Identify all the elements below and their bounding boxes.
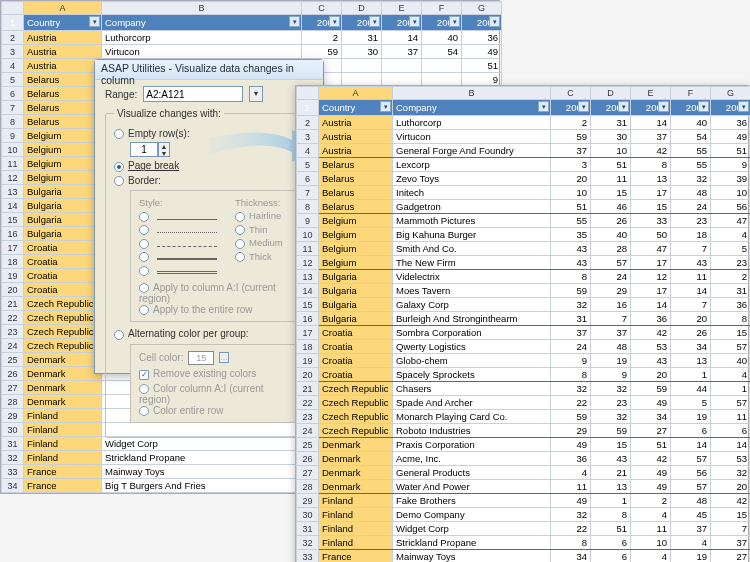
thick-opt[interactable]: Thick: [235, 251, 283, 262]
cell-value[interactable]: 19: [591, 354, 631, 368]
cell-value[interactable]: 12: [631, 270, 671, 284]
cell-country[interactable]: Denmark: [24, 395, 102, 409]
cell-value[interactable]: 2: [551, 116, 591, 130]
cell-value[interactable]: 1: [591, 494, 631, 508]
cell-value[interactable]: 40: [422, 31, 462, 45]
row-header[interactable]: 23: [2, 325, 24, 339]
cell-value[interactable]: 53: [711, 452, 751, 466]
color-picker-button[interactable]: …: [219, 352, 229, 363]
row-header[interactable]: 3: [2, 45, 24, 59]
cell-country[interactable]: Finland: [319, 536, 393, 550]
cell-value[interactable]: 31: [711, 284, 751, 298]
cell-value[interactable]: 48: [671, 494, 711, 508]
cell-value[interactable]: 55: [671, 158, 711, 172]
cell-value[interactable]: 4: [551, 466, 591, 480]
cell-value[interactable]: 7: [711, 522, 751, 536]
row-header[interactable]: 27: [297, 466, 319, 480]
dialog-title[interactable]: ASAP Utilities - Visualize data changes …: [95, 60, 323, 80]
cell-value[interactable]: 50: [631, 228, 671, 242]
cell-value[interactable]: 32: [671, 172, 711, 186]
cell-value[interactable]: 57: [671, 452, 711, 466]
cell-value[interactable]: 53: [631, 340, 671, 354]
col-header-A[interactable]: A: [319, 87, 393, 100]
cell-company[interactable]: Big T Burgers And Fries: [102, 479, 302, 493]
cell-value[interactable]: 7: [591, 312, 631, 326]
table-row[interactable]: 19CroatiaGlobo-chem919431340: [297, 354, 751, 368]
cell-value[interactable]: 37: [631, 130, 671, 144]
cell-value[interactable]: 47: [711, 214, 751, 228]
cell-value[interactable]: 37: [711, 536, 751, 550]
cell-value[interactable]: 2: [711, 270, 751, 284]
cell-company[interactable]: Galaxy Corp: [393, 298, 551, 312]
cell-value[interactable]: 8: [591, 508, 631, 522]
cell-value[interactable]: 5: [671, 396, 711, 410]
cell-country[interactable]: Czech Republic: [319, 410, 393, 424]
col-header-G[interactable]: G: [462, 2, 502, 15]
col-header-E[interactable]: E: [382, 2, 422, 15]
row-header[interactable]: 14: [2, 199, 24, 213]
cell-value[interactable]: 17: [631, 186, 671, 200]
cell-company[interactable]: Demo Company: [393, 508, 551, 522]
table-row[interactable]: 22Czech RepublicSpade And Archer22234955…: [297, 396, 751, 410]
thick-opt[interactable]: Medium: [235, 237, 283, 248]
cell-country[interactable]: Austria: [24, 31, 102, 45]
row-header[interactable]: 20: [297, 368, 319, 382]
cell-value[interactable]: 26: [591, 214, 631, 228]
row-header[interactable]: 20: [2, 283, 24, 297]
row-header[interactable]: 7: [2, 101, 24, 115]
cell-value[interactable]: 4: [631, 550, 671, 563]
cell-value[interactable]: 54: [422, 45, 462, 59]
cell-value[interactable]: 22: [551, 522, 591, 536]
cell-value[interactable]: 59: [631, 382, 671, 396]
table-row[interactable]: 21Czech RepublicChasers323259441: [297, 382, 751, 396]
table-row[interactable]: 5BelarusLexcorp3518559: [297, 158, 751, 172]
table-row[interactable]: 30FinlandDemo Company32844515: [297, 508, 751, 522]
row-header[interactable]: 31: [297, 522, 319, 536]
cell-value[interactable]: 7: [671, 298, 711, 312]
cell-value[interactable]: 59: [591, 424, 631, 438]
cell-value[interactable]: 43: [671, 256, 711, 270]
cell-country[interactable]: Finland: [24, 409, 102, 423]
row-header[interactable]: 4: [2, 59, 24, 73]
filter-drop-icon[interactable]: ▾: [89, 16, 100, 27]
cell-country[interactable]: Belarus: [24, 73, 102, 87]
cell-value[interactable]: 13: [591, 480, 631, 494]
cell-value[interactable]: 8: [551, 536, 591, 550]
range-picker-button[interactable]: ▾: [249, 86, 263, 102]
opt-alt-color[interactable]: Alternating color per group:: [114, 328, 304, 339]
filter-drop-icon[interactable]: ▾: [538, 101, 549, 112]
cell-value[interactable]: 28: [591, 242, 631, 256]
cell-value[interactable]: 24: [591, 270, 631, 284]
cell-value[interactable]: 51: [591, 522, 631, 536]
cell-value[interactable]: 59: [551, 410, 591, 424]
filter-2005[interactable]: 2005▾: [551, 100, 591, 116]
row-header[interactable]: 21: [2, 297, 24, 311]
cell-value[interactable]: 29: [551, 424, 591, 438]
row-header[interactable]: 10: [2, 143, 24, 157]
cell-value[interactable]: 49: [631, 480, 671, 494]
cell-value[interactable]: 11: [671, 270, 711, 284]
cell-value[interactable]: 42: [631, 144, 671, 158]
filter-drop-icon[interactable]: ▾: [658, 101, 669, 112]
cell-company[interactable]: Virtucon: [393, 130, 551, 144]
row-header[interactable]: 5: [297, 158, 319, 172]
cell-value[interactable]: 30: [342, 45, 382, 59]
cell-value[interactable]: 33: [631, 214, 671, 228]
cell-value[interactable]: 15: [711, 508, 751, 522]
row-header-1[interactable]: 1: [297, 100, 319, 116]
cell-company[interactable]: Fake Brothers: [393, 494, 551, 508]
cell-country[interactable]: France: [24, 479, 102, 493]
cell-value[interactable]: 23: [711, 256, 751, 270]
col-header-F[interactable]: F: [422, 2, 462, 15]
row-header[interactable]: 15: [2, 213, 24, 227]
cell-country[interactable]: Croatia: [24, 283, 102, 297]
cell-country[interactable]: Austria: [319, 116, 393, 130]
row-header[interactable]: 29: [297, 494, 319, 508]
cell-company[interactable]: Mainway Toys: [393, 550, 551, 563]
cell-value[interactable]: 59: [551, 284, 591, 298]
cell-country[interactable]: Finland: [319, 508, 393, 522]
cell-company[interactable]: Videlectrix: [393, 270, 551, 284]
cell-value[interactable]: 7: [671, 242, 711, 256]
row-header[interactable]: 30: [2, 423, 24, 437]
filter-drop-icon[interactable]: ▾: [738, 101, 749, 112]
